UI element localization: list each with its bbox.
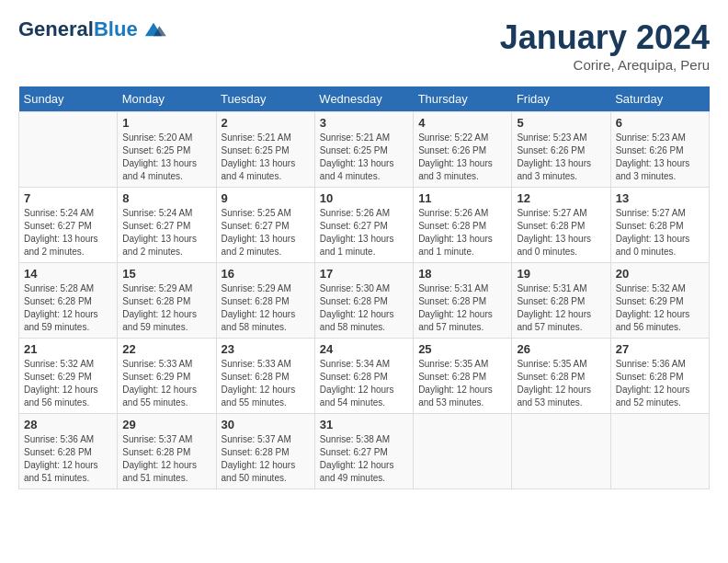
day-number: 4 bbox=[418, 116, 506, 130]
week-row-2: 7Sunrise: 5:24 AMSunset: 6:27 PMDaylight… bbox=[19, 188, 710, 263]
day-cell: 23Sunrise: 5:33 AMSunset: 6:28 PMDayligh… bbox=[216, 339, 314, 414]
day-cell: 4Sunrise: 5:22 AMSunset: 6:26 PMDaylight… bbox=[414, 112, 512, 188]
day-info: Sunrise: 5:31 AMSunset: 6:28 PMDaylight:… bbox=[418, 282, 506, 334]
day-info: Sunrise: 5:32 AMSunset: 6:29 PMDaylight:… bbox=[616, 282, 704, 334]
day-info: Sunrise: 5:36 AMSunset: 6:28 PMDaylight:… bbox=[616, 358, 704, 409]
day-info: Sunrise: 5:23 AMSunset: 6:26 PMDaylight:… bbox=[517, 132, 605, 183]
day-cell: 24Sunrise: 5:34 AMSunset: 6:28 PMDayligh… bbox=[314, 339, 413, 414]
weekday-header-sunday: Sunday bbox=[19, 86, 118, 112]
day-info: Sunrise: 5:38 AMSunset: 6:27 PMDaylight:… bbox=[320, 433, 408, 485]
day-number: 18 bbox=[418, 267, 506, 281]
day-cell: 3Sunrise: 5:21 AMSunset: 6:25 PMDaylight… bbox=[314, 112, 413, 188]
day-cell: 8Sunrise: 5:24 AMSunset: 6:27 PMDaylight… bbox=[118, 188, 216, 263]
day-number: 24 bbox=[320, 342, 408, 356]
day-cell: 21Sunrise: 5:32 AMSunset: 6:29 PMDayligh… bbox=[19, 339, 118, 414]
day-info: Sunrise: 5:21 AMSunset: 6:25 PMDaylight:… bbox=[222, 132, 310, 183]
weekday-header-friday: Friday bbox=[512, 86, 610, 112]
day-number: 26 bbox=[517, 342, 605, 356]
day-number: 14 bbox=[24, 267, 112, 281]
day-cell: 30Sunrise: 5:37 AMSunset: 6:28 PMDayligh… bbox=[216, 414, 314, 489]
day-info: Sunrise: 5:28 AMSunset: 6:28 PMDaylight:… bbox=[24, 282, 112, 334]
page-header: GeneralBlue January 2024 Corire, Arequip… bbox=[18, 18, 710, 73]
day-info: Sunrise: 5:24 AMSunset: 6:27 PMDaylight:… bbox=[24, 207, 112, 259]
day-info: Sunrise: 5:32 AMSunset: 6:29 PMDaylight:… bbox=[24, 358, 112, 409]
day-number: 17 bbox=[320, 267, 408, 281]
day-number: 27 bbox=[616, 342, 704, 356]
day-number: 9 bbox=[222, 191, 310, 205]
day-cell: 10Sunrise: 5:26 AMSunset: 6:27 PMDayligh… bbox=[314, 188, 413, 263]
day-cell: 13Sunrise: 5:27 AMSunset: 6:28 PMDayligh… bbox=[610, 188, 709, 263]
week-row-4: 21Sunrise: 5:32 AMSunset: 6:29 PMDayligh… bbox=[19, 339, 710, 414]
day-number: 5 bbox=[517, 116, 605, 130]
day-info: Sunrise: 5:29 AMSunset: 6:28 PMDaylight:… bbox=[222, 282, 310, 334]
day-info: Sunrise: 5:25 AMSunset: 6:27 PMDaylight:… bbox=[222, 207, 310, 259]
week-row-5: 28Sunrise: 5:36 AMSunset: 6:28 PMDayligh… bbox=[19, 414, 710, 489]
day-cell: 18Sunrise: 5:31 AMSunset: 6:28 PMDayligh… bbox=[414, 263, 512, 339]
weekday-header-saturday: Saturday bbox=[610, 86, 709, 112]
day-cell bbox=[610, 414, 709, 489]
week-row-3: 14Sunrise: 5:28 AMSunset: 6:28 PMDayligh… bbox=[19, 263, 710, 339]
day-cell: 14Sunrise: 5:28 AMSunset: 6:28 PMDayligh… bbox=[19, 263, 118, 339]
day-info: Sunrise: 5:33 AMSunset: 6:28 PMDaylight:… bbox=[222, 358, 310, 409]
day-number: 2 bbox=[222, 116, 310, 130]
day-number: 19 bbox=[517, 267, 605, 281]
day-number: 15 bbox=[122, 267, 210, 281]
logo-text: GeneralBlue bbox=[18, 18, 138, 40]
day-cell: 9Sunrise: 5:25 AMSunset: 6:27 PMDaylight… bbox=[216, 188, 314, 263]
day-number: 20 bbox=[616, 267, 704, 281]
day-number: 10 bbox=[320, 191, 408, 205]
day-number: 8 bbox=[122, 191, 210, 205]
day-cell: 16Sunrise: 5:29 AMSunset: 6:28 PMDayligh… bbox=[216, 263, 314, 339]
weekday-header-wednesday: Wednesday bbox=[314, 86, 413, 112]
day-info: Sunrise: 5:23 AMSunset: 6:26 PMDaylight:… bbox=[616, 132, 704, 183]
weekday-header-monday: Monday bbox=[118, 86, 216, 112]
day-cell: 26Sunrise: 5:35 AMSunset: 6:28 PMDayligh… bbox=[512, 339, 610, 414]
week-row-1: 1Sunrise: 5:20 AMSunset: 6:25 PMDaylight… bbox=[19, 112, 710, 188]
logo-icon bbox=[141, 19, 166, 40]
day-cell bbox=[19, 112, 118, 188]
day-cell: 31Sunrise: 5:38 AMSunset: 6:27 PMDayligh… bbox=[314, 414, 413, 489]
day-info: Sunrise: 5:33 AMSunset: 6:29 PMDaylight:… bbox=[122, 358, 210, 409]
weekday-header-row: SundayMondayTuesdayWednesdayThursdayFrid… bbox=[19, 86, 710, 112]
month-title: January 2024 bbox=[500, 18, 710, 57]
day-cell: 11Sunrise: 5:26 AMSunset: 6:28 PMDayligh… bbox=[414, 188, 512, 263]
day-info: Sunrise: 5:37 AMSunset: 6:28 PMDaylight:… bbox=[222, 433, 310, 485]
day-cell: 5Sunrise: 5:23 AMSunset: 6:26 PMDaylight… bbox=[512, 112, 610, 188]
day-cell: 29Sunrise: 5:37 AMSunset: 6:28 PMDayligh… bbox=[118, 414, 216, 489]
day-number: 3 bbox=[320, 116, 408, 130]
day-info: Sunrise: 5:35 AMSunset: 6:28 PMDaylight:… bbox=[517, 358, 605, 409]
logo: GeneralBlue bbox=[18, 18, 166, 40]
day-number: 21 bbox=[24, 342, 112, 356]
day-number: 7 bbox=[24, 191, 112, 205]
day-number: 22 bbox=[122, 342, 210, 356]
day-cell bbox=[512, 414, 610, 489]
day-cell: 27Sunrise: 5:36 AMSunset: 6:28 PMDayligh… bbox=[610, 339, 709, 414]
day-info: Sunrise: 5:21 AMSunset: 6:25 PMDaylight:… bbox=[320, 132, 408, 183]
day-cell: 22Sunrise: 5:33 AMSunset: 6:29 PMDayligh… bbox=[118, 339, 216, 414]
day-info: Sunrise: 5:22 AMSunset: 6:26 PMDaylight:… bbox=[418, 132, 506, 183]
day-number: 11 bbox=[418, 191, 506, 205]
day-info: Sunrise: 5:30 AMSunset: 6:28 PMDaylight:… bbox=[320, 282, 408, 334]
day-number: 12 bbox=[517, 191, 605, 205]
day-number: 16 bbox=[222, 267, 310, 281]
day-cell: 19Sunrise: 5:31 AMSunset: 6:28 PMDayligh… bbox=[512, 263, 610, 339]
day-info: Sunrise: 5:26 AMSunset: 6:28 PMDaylight:… bbox=[418, 207, 506, 259]
day-number: 31 bbox=[320, 418, 408, 431]
day-info: Sunrise: 5:35 AMSunset: 6:28 PMDaylight:… bbox=[418, 358, 506, 409]
day-cell bbox=[414, 414, 512, 489]
day-cell: 12Sunrise: 5:27 AMSunset: 6:28 PMDayligh… bbox=[512, 188, 610, 263]
day-info: Sunrise: 5:37 AMSunset: 6:28 PMDaylight:… bbox=[122, 433, 210, 485]
day-info: Sunrise: 5:27 AMSunset: 6:28 PMDaylight:… bbox=[616, 207, 704, 259]
day-cell: 25Sunrise: 5:35 AMSunset: 6:28 PMDayligh… bbox=[414, 339, 512, 414]
day-cell: 28Sunrise: 5:36 AMSunset: 6:28 PMDayligh… bbox=[19, 414, 118, 489]
day-cell: 1Sunrise: 5:20 AMSunset: 6:25 PMDaylight… bbox=[118, 112, 216, 188]
day-number: 30 bbox=[222, 418, 310, 431]
day-cell: 2Sunrise: 5:21 AMSunset: 6:25 PMDaylight… bbox=[216, 112, 314, 188]
weekday-header-thursday: Thursday bbox=[414, 86, 512, 112]
day-number: 25 bbox=[418, 342, 506, 356]
title-block: January 2024 Corire, Arequipa, Peru bbox=[500, 18, 710, 73]
day-number: 6 bbox=[616, 116, 704, 130]
day-cell: 7Sunrise: 5:24 AMSunset: 6:27 PMDaylight… bbox=[19, 188, 118, 263]
day-info: Sunrise: 5:29 AMSunset: 6:28 PMDaylight:… bbox=[122, 282, 210, 334]
day-info: Sunrise: 5:20 AMSunset: 6:25 PMDaylight:… bbox=[122, 132, 210, 183]
